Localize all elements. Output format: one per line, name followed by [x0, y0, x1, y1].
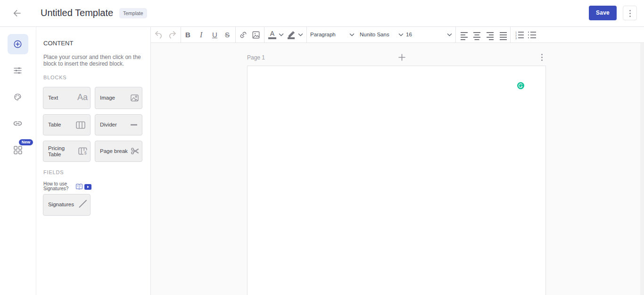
svg-text:$: $: [84, 150, 87, 155]
svg-text:3: 3: [515, 37, 517, 40]
